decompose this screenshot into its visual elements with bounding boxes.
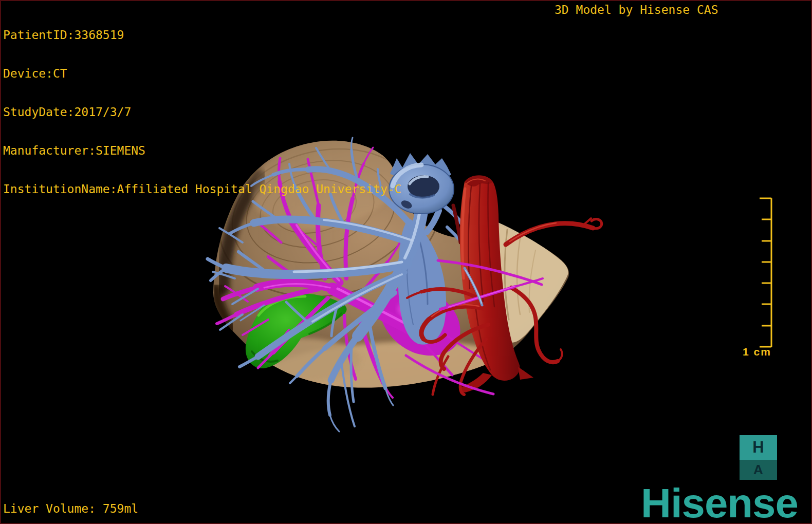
scale-bar-label: 1 cm [739,346,775,358]
patient-info-line: InstitutionName:Affiliated Hospital Qing… [3,183,401,196]
watermark-text: 3D Model by Hisense CAS [555,4,718,16]
patient-info-line: StudyDate:2017/3/7 [3,106,401,119]
patient-info-line: Device:CT [3,67,401,80]
badge-letter-a: A [740,460,777,480]
liver-volume-label: Liver Volume: 759ml [3,502,138,515]
hisense-cas-badge: H A [740,435,777,480]
patient-info-line: Manufacturer:SIEMENS [3,144,401,157]
badge-letter-h: H [740,435,777,460]
scale-bar [760,198,771,347]
patient-info-line: PatientID:3368519 [3,29,401,42]
hisense-logo: Hisense [641,483,798,524]
patient-info: PatientID:3368519 Device:CT StudyDate:20… [3,3,401,221]
3d-viewport[interactable]: PatientID:3368519 Device:CT StudyDate:20… [0,0,812,524]
